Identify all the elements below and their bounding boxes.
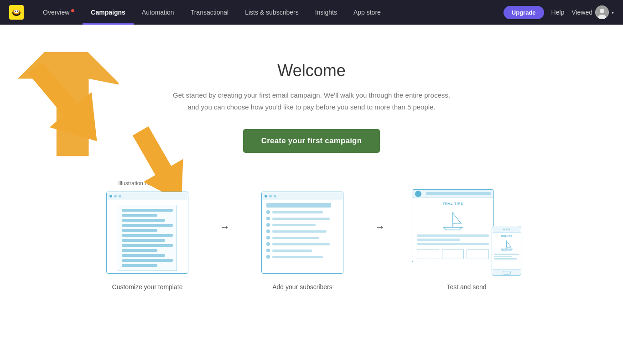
chevron-down-icon: ▾ [612, 10, 614, 15]
create-campaign-button[interactable]: Create your first campaign [243, 129, 380, 153]
arrow-top-decoration [14, 52, 119, 157]
svg-marker-10 [15, 52, 118, 157]
nav-item-lists[interactable]: Lists & subscribers [237, 0, 306, 25]
avatar [595, 5, 609, 19]
svg-point-4 [15, 10, 16, 11]
welcome-title: Welcome [277, 61, 345, 80]
step-2-illustration [257, 189, 348, 276]
svg-point-7 [600, 9, 604, 13]
nav-item-appstore[interactable]: App store [345, 0, 389, 25]
welcome-subtitle: Get started by creating your first email… [170, 89, 453, 113]
arrow-2-icon: → [366, 221, 394, 233]
svg-marker-17 [507, 241, 511, 247]
svg-point-5 [17, 10, 18, 11]
upgrade-button[interactable]: Upgrade [504, 6, 544, 19]
nav-links: Overview Campaigns Automation Transactio… [35, 0, 504, 25]
nav-item-automation[interactable]: Automation [134, 0, 182, 25]
main-content: Welcome Get started by creating your fir… [0, 25, 623, 291]
step-2-label: Add your subscribers [272, 283, 332, 291]
nav-item-overview[interactable]: Overview [35, 0, 83, 25]
overview-dot [71, 9, 74, 12]
step-2: placeholder [239, 180, 366, 291]
nav-item-transactional[interactable]: Transactional [182, 0, 237, 25]
step-3: placeholder TRVL TIPS [394, 180, 540, 291]
nav-item-insights[interactable]: Insights [307, 0, 345, 25]
step-3-illustration: TRVL TIPS [412, 189, 521, 276]
logo[interactable] [9, 5, 24, 20]
svg-marker-13 [453, 213, 461, 224]
help-link[interactable]: Help [551, 9, 565, 16]
step-1-label: Customize your template [112, 283, 183, 291]
step-1-illustration [102, 189, 193, 276]
steps-row: Illustration of a template [83, 180, 540, 291]
nav-item-campaigns[interactable]: Campaigns [83, 0, 133, 25]
arrow-1-icon: → [211, 221, 239, 233]
viewed-menu[interactable]: Viewed ▾ [571, 5, 614, 19]
nav-right: Upgrade Help Viewed ▾ [504, 5, 614, 19]
step-3-label: Test and send [446, 283, 486, 291]
svg-marker-14 [444, 227, 462, 230]
svg-marker-9 [14, 52, 119, 157]
navbar: Overview Campaigns Automation Transactio… [0, 0, 623, 25]
